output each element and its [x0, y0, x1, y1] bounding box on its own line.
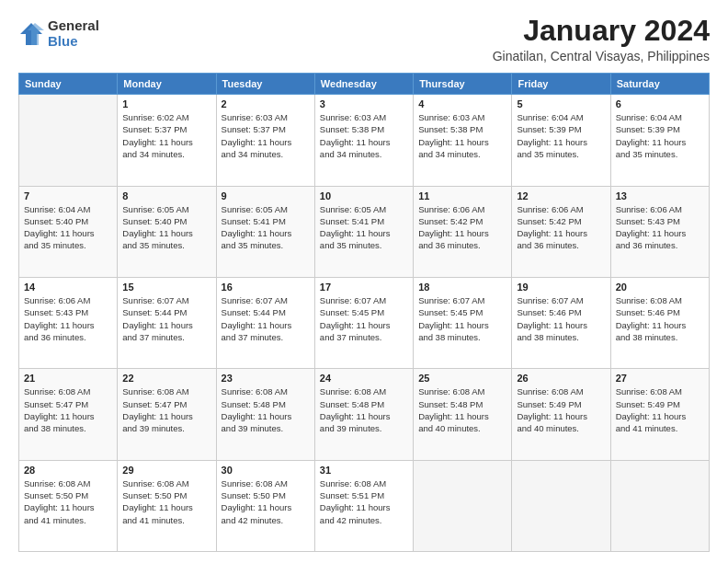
calendar-cell: 30Sunrise: 6:08 AM Sunset: 5:50 PM Dayli…	[216, 460, 314, 551]
calendar-cell: 18Sunrise: 6:07 AM Sunset: 5:45 PM Dayli…	[414, 277, 512, 368]
calendar-cell: 16Sunrise: 6:07 AM Sunset: 5:44 PM Dayli…	[216, 277, 314, 368]
day-number: 31	[320, 465, 408, 476]
day-info: Sunrise: 6:06 AM Sunset: 5:43 PM Dayligh…	[616, 203, 704, 252]
calendar-cell: 4Sunrise: 6:03 AM Sunset: 5:38 PM Daylig…	[414, 95, 512, 186]
day-number: 9	[222, 190, 310, 201]
day-info: Sunrise: 6:06 AM Sunset: 5:42 PM Dayligh…	[517, 203, 605, 252]
day-info: Sunrise: 6:04 AM Sunset: 5:39 PM Dayligh…	[616, 111, 704, 160]
calendar-header-row: SundayMondayTuesdayWednesdayThursdayFrid…	[19, 74, 710, 95]
day-number: 13	[616, 190, 704, 201]
day-number: 16	[222, 282, 310, 293]
calendar-cell: 10Sunrise: 6:05 AM Sunset: 5:41 PM Dayli…	[314, 186, 413, 277]
day-number: 4	[418, 98, 506, 109]
day-number: 21	[24, 373, 112, 384]
day-info: Sunrise: 6:08 AM Sunset: 5:50 PM Dayligh…	[222, 477, 310, 526]
calendar-table: SundayMondayTuesdayWednesdayThursdayFrid…	[18, 73, 710, 552]
logo-text: General Blue	[48, 18, 99, 49]
day-info: Sunrise: 6:06 AM Sunset: 5:43 PM Dayligh…	[24, 294, 112, 343]
day-info: Sunrise: 6:07 AM Sunset: 5:44 PM Dayligh…	[122, 294, 210, 343]
calendar-cell: 2Sunrise: 6:03 AM Sunset: 5:37 PM Daylig…	[216, 95, 314, 186]
day-number: 17	[320, 282, 408, 293]
day-number: 28	[24, 465, 112, 476]
day-info: Sunrise: 6:08 AM Sunset: 5:49 PM Dayligh…	[616, 385, 704, 434]
day-number: 5	[517, 98, 605, 109]
logo-icon	[18, 21, 44, 47]
calendar-day-header: Tuesday	[216, 74, 314, 95]
main-title: January 2024	[493, 15, 710, 47]
subtitle: Ginatilan, Central Visayas, Philippines	[493, 49, 710, 63]
day-info: Sunrise: 6:08 AM Sunset: 5:47 PM Dayligh…	[24, 385, 112, 434]
day-number: 12	[517, 190, 605, 201]
day-number: 15	[122, 282, 210, 293]
day-number: 25	[418, 373, 506, 384]
day-info: Sunrise: 6:08 AM Sunset: 5:47 PM Dayligh…	[122, 385, 210, 434]
calendar-cell	[414, 460, 512, 551]
calendar-cell: 8Sunrise: 6:05 AM Sunset: 5:40 PM Daylig…	[118, 186, 216, 277]
day-info: Sunrise: 6:06 AM Sunset: 5:42 PM Dayligh…	[418, 203, 506, 252]
day-number: 23	[222, 373, 310, 384]
calendar-cell: 15Sunrise: 6:07 AM Sunset: 5:44 PM Dayli…	[118, 277, 216, 368]
calendar-cell: 11Sunrise: 6:06 AM Sunset: 5:42 PM Dayli…	[414, 186, 512, 277]
logo: General Blue	[18, 18, 99, 49]
calendar-cell: 23Sunrise: 6:08 AM Sunset: 5:48 PM Dayli…	[216, 369, 314, 460]
calendar-cell	[512, 460, 610, 551]
calendar-week-row: 28Sunrise: 6:08 AM Sunset: 5:50 PM Dayli…	[19, 460, 710, 551]
calendar-week-row: 14Sunrise: 6:06 AM Sunset: 5:43 PM Dayli…	[19, 277, 710, 368]
calendar-week-row: 7Sunrise: 6:04 AM Sunset: 5:40 PM Daylig…	[19, 186, 710, 277]
calendar-day-header: Monday	[118, 74, 216, 95]
calendar-cell: 3Sunrise: 6:03 AM Sunset: 5:38 PM Daylig…	[314, 95, 413, 186]
day-number: 18	[418, 282, 506, 293]
day-number: 8	[122, 190, 210, 201]
day-number: 1	[122, 98, 210, 109]
logo-blue: Blue	[48, 34, 99, 50]
page: General Blue January 2024 Ginatilan, Cen…	[0, 0, 728, 563]
calendar-day-header: Saturday	[610, 74, 709, 95]
calendar-cell: 26Sunrise: 6:08 AM Sunset: 5:49 PM Dayli…	[512, 369, 610, 460]
calendar-cell: 14Sunrise: 6:06 AM Sunset: 5:43 PM Dayli…	[19, 277, 118, 368]
day-number: 11	[418, 190, 506, 201]
day-number: 10	[320, 190, 408, 201]
calendar-cell: 22Sunrise: 6:08 AM Sunset: 5:47 PM Dayli…	[118, 369, 216, 460]
day-number: 22	[122, 373, 210, 384]
day-info: Sunrise: 6:08 AM Sunset: 5:46 PM Dayligh…	[616, 294, 704, 343]
calendar-cell: 1Sunrise: 6:02 AM Sunset: 5:37 PM Daylig…	[118, 95, 216, 186]
day-info: Sunrise: 6:05 AM Sunset: 5:40 PM Dayligh…	[122, 203, 210, 252]
day-number: 20	[616, 282, 704, 293]
calendar-cell: 13Sunrise: 6:06 AM Sunset: 5:43 PM Dayli…	[610, 186, 709, 277]
day-number: 27	[616, 373, 704, 384]
day-number: 3	[320, 98, 408, 109]
day-info: Sunrise: 6:08 AM Sunset: 5:48 PM Dayligh…	[320, 385, 408, 434]
calendar-cell: 17Sunrise: 6:07 AM Sunset: 5:45 PM Dayli…	[314, 277, 413, 368]
calendar-cell: 21Sunrise: 6:08 AM Sunset: 5:47 PM Dayli…	[19, 369, 118, 460]
day-info: Sunrise: 6:07 AM Sunset: 5:45 PM Dayligh…	[418, 294, 506, 343]
header: General Blue January 2024 Ginatilan, Cen…	[18, 15, 710, 63]
calendar-cell: 9Sunrise: 6:05 AM Sunset: 5:41 PM Daylig…	[216, 186, 314, 277]
calendar-cell: 31Sunrise: 6:08 AM Sunset: 5:51 PM Dayli…	[314, 460, 413, 551]
calendar-cell: 5Sunrise: 6:04 AM Sunset: 5:39 PM Daylig…	[512, 95, 610, 186]
calendar-day-header: Thursday	[414, 74, 512, 95]
calendar-day-header: Wednesday	[314, 74, 413, 95]
day-info: Sunrise: 6:04 AM Sunset: 5:39 PM Dayligh…	[517, 111, 605, 160]
calendar-week-row: 1Sunrise: 6:02 AM Sunset: 5:37 PM Daylig…	[19, 95, 710, 186]
day-number: 14	[24, 282, 112, 293]
day-info: Sunrise: 6:03 AM Sunset: 5:38 PM Dayligh…	[418, 111, 506, 160]
day-info: Sunrise: 6:08 AM Sunset: 5:48 PM Dayligh…	[222, 385, 310, 434]
calendar-cell: 7Sunrise: 6:04 AM Sunset: 5:40 PM Daylig…	[19, 186, 118, 277]
day-number: 7	[24, 190, 112, 201]
title-block: January 2024 Ginatilan, Central Visayas,…	[493, 15, 710, 63]
day-info: Sunrise: 6:08 AM Sunset: 5:48 PM Dayligh…	[418, 385, 506, 434]
day-info: Sunrise: 6:08 AM Sunset: 5:51 PM Dayligh…	[320, 477, 408, 526]
logo-general: General	[48, 18, 99, 34]
calendar-cell: 27Sunrise: 6:08 AM Sunset: 5:49 PM Dayli…	[610, 369, 709, 460]
calendar-cell: 19Sunrise: 6:07 AM Sunset: 5:46 PM Dayli…	[512, 277, 610, 368]
calendar-cell: 24Sunrise: 6:08 AM Sunset: 5:48 PM Dayli…	[314, 369, 413, 460]
day-number: 6	[616, 98, 704, 109]
calendar-cell: 29Sunrise: 6:08 AM Sunset: 5:50 PM Dayli…	[118, 460, 216, 551]
calendar-week-row: 21Sunrise: 6:08 AM Sunset: 5:47 PM Dayli…	[19, 369, 710, 460]
day-info: Sunrise: 6:03 AM Sunset: 5:37 PM Dayligh…	[222, 111, 310, 160]
day-info: Sunrise: 6:05 AM Sunset: 5:41 PM Dayligh…	[222, 203, 310, 252]
calendar-cell: 25Sunrise: 6:08 AM Sunset: 5:48 PM Dayli…	[414, 369, 512, 460]
day-info: Sunrise: 6:03 AM Sunset: 5:38 PM Dayligh…	[320, 111, 408, 160]
day-number: 24	[320, 373, 408, 384]
calendar-cell: 28Sunrise: 6:08 AM Sunset: 5:50 PM Dayli…	[19, 460, 118, 551]
